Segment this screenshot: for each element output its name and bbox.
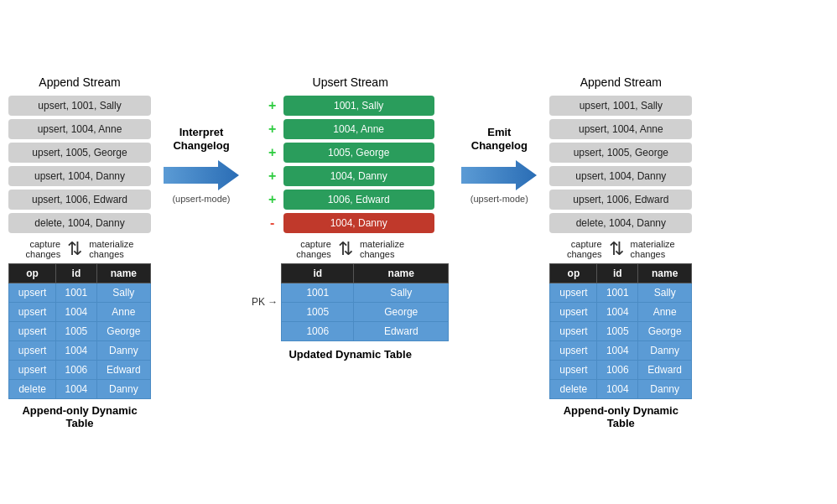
middle-upsert-list: +1001, Sally+1004, Anne+1005, George+100… (267, 96, 434, 233)
table-cell: 1004 (56, 340, 97, 360)
emit-arrow-label: EmitChangelog (471, 126, 528, 154)
table-cell: Danny (638, 379, 692, 398)
plus-icon: + (267, 122, 278, 137)
right-title: Append Stream (580, 75, 662, 89)
table-cell: upsert (9, 302, 56, 321)
table-cell: upsert (550, 302, 597, 321)
middle-table-wrapper: id name 1001Sally1005George1006Edward (281, 263, 449, 341)
left-stream-list: upsert, 1001, Sallyupsert, 1004, Anneups… (8, 96, 151, 233)
svg-marker-1 (461, 160, 537, 190)
list-item: +1005, George (267, 143, 434, 163)
interpret-arrow-body (164, 160, 239, 190)
right-table-caption: Append-only Dynamic Table (549, 404, 692, 429)
right-double-arrow-icon: ⇅ (609, 238, 624, 260)
middle-section: Upsert Stream +1001, Sally+1004, Anne+10… (252, 75, 449, 361)
table-row: upsert1005George (550, 321, 692, 340)
table-cell: George (354, 302, 449, 321)
right-th-name: name (638, 263, 692, 283)
table-cell: 1004 (56, 379, 97, 398)
list-item: delete, 1004, Danny (549, 213, 692, 233)
upsert-item: 1004, Danny (283, 166, 434, 186)
left-table-wrapper: op id name upsert1001Sallyupsert1004Anne… (8, 263, 151, 429)
table-cell: upsert (550, 360, 597, 379)
table-cell: 1001 (56, 283, 97, 302)
table-row: upsert1001Sally (9, 283, 151, 302)
upsert-item: 1004, Anne (283, 119, 434, 139)
interpret-arrow-icon (164, 160, 239, 190)
table-cell: 1006 (56, 360, 97, 379)
list-item: upsert, 1004, Danny (549, 166, 692, 186)
table-cell: upsert (550, 283, 597, 302)
middle-table-section: PK → id name 1001Sally1005George1006Edwa… (252, 263, 449, 361)
table-cell: delete (9, 379, 56, 398)
plus-icon: + (267, 98, 278, 113)
list-item: upsert, 1005, George (8, 143, 151, 163)
right-capture-label: capturechanges (567, 239, 602, 259)
table-cell: upsert (550, 340, 597, 360)
left-table-body: upsert1001Sallyupsert1004Anneupsert1005G… (9, 283, 151, 398)
right-table-body: upsert1001Sallyupsert1004Anneupsert1005G… (550, 283, 692, 398)
left-table: op id name upsert1001Sallyupsert1004Anne… (8, 263, 151, 399)
table-cell: 1005 (597, 321, 638, 340)
table-cell: Sally (354, 283, 449, 302)
table-cell: George (638, 321, 692, 340)
table-cell: 1005 (56, 321, 97, 340)
table-cell: upsert (9, 321, 56, 340)
right-table: op id name upsert1001Sallyupsert1004Anne… (549, 263, 692, 399)
table-cell: 1004 (597, 379, 638, 398)
right-table-wrapper: op id name upsert1001Sallyupsert1004Anne… (549, 263, 692, 429)
left-double-arrow-icon: ⇅ (67, 238, 82, 260)
list-item: -1004, Danny (267, 213, 434, 233)
table-cell: Danny (96, 340, 150, 360)
table-cell: Edward (96, 360, 150, 379)
list-item: upsert, 1004, Anne (8, 119, 151, 139)
left-title: Append Stream (39, 75, 120, 89)
left-section: Append Stream upsert, 1001, Sallyupsert,… (8, 75, 151, 429)
right-v-arrow: capturechanges ⇅ materializechanges (567, 238, 675, 260)
table-cell: Edward (638, 360, 692, 379)
list-item: upsert, 1006, Edward (8, 190, 151, 210)
left-table-caption: Append-only Dynamic Table (8, 404, 151, 429)
list-item: upsert, 1006, Edward (549, 190, 692, 210)
table-cell: 1004 (597, 340, 638, 360)
middle-title: Upsert Stream (313, 75, 388, 89)
plus-icon: + (267, 145, 278, 160)
table-cell: upsert (9, 340, 56, 360)
list-item: upsert, 1001, Sally (549, 96, 692, 116)
table-row: 1006Edward (282, 321, 449, 340)
right-th-op: op (550, 263, 597, 283)
table-cell: 1006 (282, 321, 354, 340)
list-item: +1004, Anne (267, 119, 434, 139)
table-cell: Anne (96, 302, 150, 321)
table-row: upsert1001Sally (550, 283, 692, 302)
middle-double-arrow-icon: ⇅ (338, 238, 353, 260)
table-cell: delete (550, 379, 597, 398)
upsert-item: 1006, Edward (283, 190, 434, 210)
table-row: upsert1006Edward (550, 360, 692, 379)
list-item: upsert, 1004, Anne (549, 119, 692, 139)
interpret-arrow-section: InterpretChangelog (upsert-mode) (151, 75, 252, 205)
table-cell: 1005 (282, 302, 354, 321)
table-row: 1001Sally (282, 283, 449, 302)
left-v-arrow: capturechanges ⇅ materializechanges (26, 238, 134, 260)
emit-arrow-section: EmitChangelog (upsert-mode) (449, 75, 549, 205)
table-cell: upsert (550, 321, 597, 340)
table-cell: 1004 (56, 302, 97, 321)
emit-arrow-body (461, 160, 537, 190)
table-row: delete1004Danny (9, 379, 151, 398)
list-item: upsert, 1004, Danny (8, 166, 151, 186)
table-row: 1005George (282, 302, 449, 321)
list-item: delete, 1004, Danny (8, 213, 151, 233)
interpret-arrow-sublabel: (upsert-mode) (172, 194, 230, 204)
table-cell: 1004 (597, 302, 638, 321)
left-th-op: op (9, 263, 56, 283)
left-materialize-label: materializechanges (89, 239, 133, 259)
list-item: +1006, Edward (267, 190, 434, 210)
table-row: delete1004Danny (550, 379, 692, 398)
table-cell: George (96, 321, 150, 340)
right-stream-list: upsert, 1001, Sallyupsert, 1004, Anneups… (549, 96, 692, 233)
table-cell: Anne (638, 302, 692, 321)
table-cell: Danny (96, 379, 150, 398)
table-row: upsert1004Anne (550, 302, 692, 321)
table-cell: upsert (9, 360, 56, 379)
